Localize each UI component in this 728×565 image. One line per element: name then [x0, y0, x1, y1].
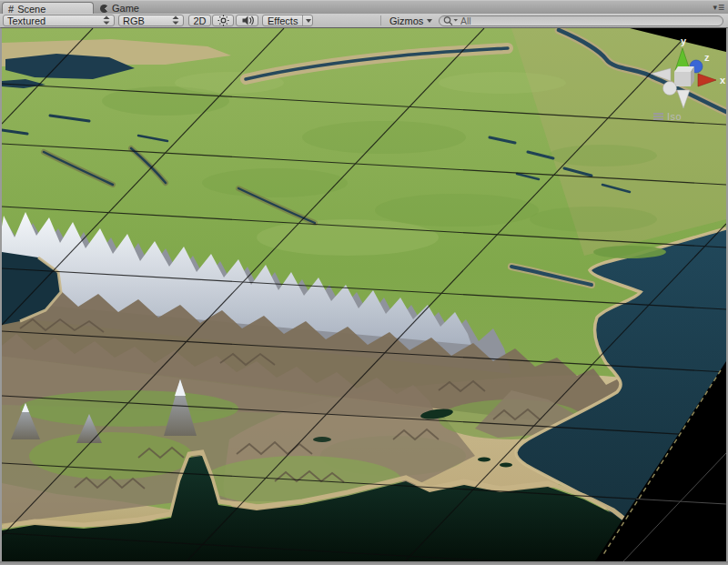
sun-icon: [217, 15, 229, 26]
unity-scene-window: # Scene Game ▾≡ Textured RGB 2D: [0, 0, 728, 565]
gizmo-y-label: y: [681, 35, 687, 46]
game-pacman-icon: [100, 5, 108, 13]
toggle-2d-button[interactable]: 2D: [188, 15, 211, 26]
terrain-render: [2, 28, 726, 561]
hamburger-icon: ≡: [718, 1, 725, 14]
effects-label: Effects: [263, 15, 302, 26]
gizmo-z-label: z: [704, 52, 710, 63]
draw-mode-label: Textured: [7, 15, 46, 26]
window-frame-left: [0, 28, 2, 565]
gizmo-axis-negx-handle[interactable]: [651, 68, 671, 81]
toggle-2d-label: 2D: [193, 15, 206, 26]
effects-arrow[interactable]: [302, 15, 314, 25]
scene-viewport[interactable]: y z x Iso: [2, 28, 726, 561]
effects-dropdown[interactable]: Effects: [262, 15, 313, 26]
scene-search-field[interactable]: [439, 15, 723, 26]
iso-lines-icon: [653, 112, 663, 122]
tab-bar: # Scene Game ▾≡: [0, 0, 728, 14]
lighting-toggle-button[interactable]: [212, 15, 234, 26]
updown-arrows-icon: [172, 15, 179, 25]
toolbar-divider: [380, 15, 381, 25]
scene-toolbar: Textured RGB 2D: [0, 14, 728, 28]
tab-game-label: Game: [112, 3, 139, 14]
gizmo-axis-negz-handle[interactable]: [663, 82, 677, 96]
gizmo-axis-negy-handle[interactable]: [677, 90, 690, 108]
search-input[interactable]: [460, 16, 719, 26]
gizmos-dropdown[interactable]: Gizmos: [386, 15, 436, 26]
gizmos-label: Gizmos: [389, 15, 423, 26]
gizmo-cube[interactable]: [674, 66, 694, 86]
chevron-down-icon: [306, 19, 311, 23]
tab-scene-label: Scene: [17, 4, 46, 15]
chevron-down-icon: [427, 19, 432, 23]
audio-toggle-button[interactable]: [236, 15, 258, 26]
projection-toggle[interactable]: Iso: [653, 111, 682, 122]
window-menu-icon[interactable]: ▾≡: [713, 1, 725, 14]
tab-scene[interactable]: # Scene: [2, 2, 94, 15]
render-mode-label: RGB: [123, 15, 145, 26]
window-frame-bottom: [0, 561, 728, 565]
scene-grid-icon: #: [8, 4, 14, 15]
projection-label: Iso: [667, 111, 682, 122]
tab-game[interactable]: Game: [95, 2, 147, 15]
speaker-icon: [241, 15, 254, 26]
search-icon: [443, 15, 459, 26]
updown-arrows-icon: [103, 15, 110, 25]
draw-mode-dropdown[interactable]: Textured: [3, 15, 115, 26]
render-mode-dropdown[interactable]: RGB: [118, 15, 184, 26]
gizmo-x-label: x: [720, 75, 726, 86]
gizmo-axis-x-handle[interactable]: [698, 74, 716, 86]
